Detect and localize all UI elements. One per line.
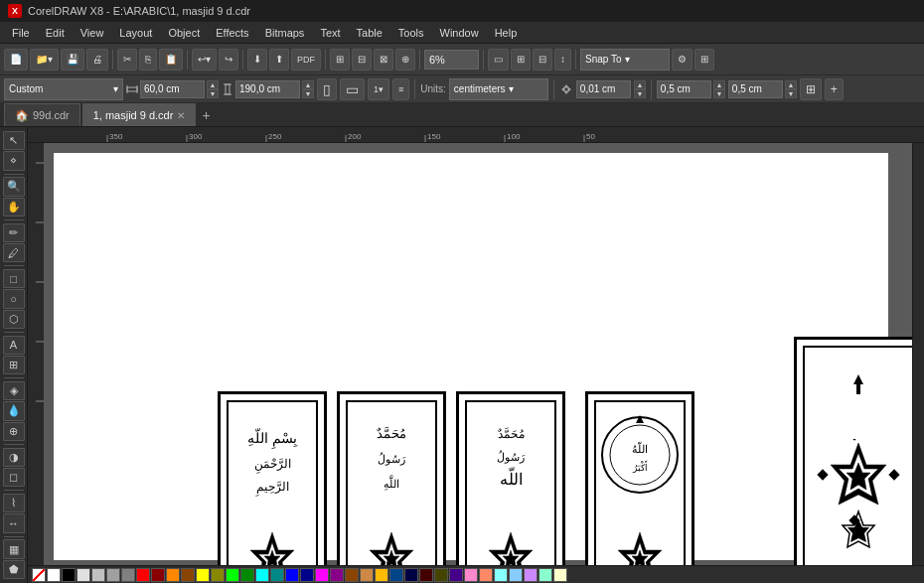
- color-yellow[interactable]: [196, 568, 210, 582]
- menu-window[interactable]: Window: [432, 25, 487, 41]
- menu-effects[interactable]: Effects: [208, 25, 256, 41]
- nudge-down-button[interactable]: ▼: [634, 89, 646, 98]
- color-red[interactable]: [136, 568, 150, 582]
- options-button[interactable]: ⚙: [672, 49, 693, 71]
- color-gray50[interactable]: [121, 568, 135, 582]
- color-darkyellow[interactable]: [211, 568, 225, 582]
- paste-button[interactable]: 📋: [159, 49, 183, 71]
- connector-tool[interactable]: ⌇: [3, 494, 25, 512]
- color-lavender[interactable]: [524, 568, 538, 582]
- color-cream[interactable]: [553, 568, 567, 582]
- scrollbar-vertical[interactable]: [912, 143, 924, 571]
- color-gold[interactable]: [375, 568, 388, 582]
- nudge3-input[interactable]: [728, 80, 783, 98]
- eyedrop-tool[interactable]: 💧: [3, 401, 25, 420]
- color-white[interactable]: [47, 568, 61, 582]
- panel-4[interactable]: اللّهُ أَكْبَرُ: [585, 391, 694, 571]
- pattern-tool[interactable]: ▦: [3, 539, 25, 558]
- color-lime[interactable]: [226, 568, 239, 582]
- pan-tool[interactable]: ✋: [3, 198, 25, 217]
- color-teal[interactable]: [389, 568, 403, 582]
- close-icon[interactable]: ✕: [177, 110, 185, 121]
- snap-button[interactable]: ⊕: [395, 49, 415, 71]
- snap-to-dropdown[interactable]: Snap To ▾: [580, 49, 670, 71]
- extra-button[interactable]: ⊞: [694, 49, 714, 71]
- menu-object[interactable]: Object: [160, 25, 208, 41]
- nudge3-spinner[interactable]: ▲ ▼: [785, 80, 797, 98]
- import-button[interactable]: ⬇: [247, 49, 267, 71]
- redo-button[interactable]: ↪: [219, 49, 238, 71]
- measure-tool[interactable]: ↔: [3, 513, 25, 532]
- zoom-tool[interactable]: 🔍: [3, 177, 25, 196]
- select-tool[interactable]: ↖: [3, 131, 25, 150]
- color-cyan[interactable]: [255, 568, 269, 582]
- table-tool[interactable]: ⊞: [3, 356, 25, 374]
- extra-btn2[interactable]: +: [825, 78, 844, 100]
- tab-active[interactable]: 1, masjid 9 d.cdr ✕: [82, 103, 197, 126]
- color-darkred[interactable]: [151, 568, 165, 582]
- page-size-dropdown[interactable]: Custom ▾: [4, 78, 123, 100]
- transparency-tool[interactable]: ◻: [3, 468, 25, 487]
- interactive-tool[interactable]: ⊕: [3, 422, 25, 441]
- view-btn1[interactable]: ▭: [488, 49, 509, 71]
- cut-button[interactable]: ✂: [117, 49, 137, 71]
- menu-layout[interactable]: Layout: [111, 25, 160, 41]
- color-orange[interactable]: [166, 568, 180, 582]
- color-none[interactable]: [32, 568, 46, 582]
- height-up-button[interactable]: ▲: [302, 80, 314, 89]
- height-down-button[interactable]: ▼: [302, 89, 314, 98]
- export-button[interactable]: ⬆: [269, 49, 289, 71]
- color-gray10[interactable]: [77, 568, 90, 582]
- color-black[interactable]: [62, 568, 76, 582]
- copy-button[interactable]: ⎘: [139, 49, 157, 71]
- rect-tool[interactable]: □: [3, 269, 25, 288]
- new-button[interactable]: 📄: [4, 49, 28, 71]
- color-magenta[interactable]: [315, 568, 329, 582]
- polygon-tool[interactable]: ⬡: [3, 310, 25, 329]
- menu-tools[interactable]: Tools: [390, 25, 432, 41]
- color-darkblue[interactable]: [300, 568, 314, 582]
- shape-tool[interactable]: ⋄: [3, 151, 25, 170]
- color-darkorange[interactable]: [181, 568, 195, 582]
- panel-3[interactable]: مُحَمَّدٌ رَسُولُ اللّه: [456, 391, 565, 571]
- open-button[interactable]: 📁▾: [30, 49, 59, 71]
- shadow-tool[interactable]: ◑: [3, 448, 25, 467]
- color-salmon[interactable]: [479, 568, 493, 582]
- color-mint[interactable]: [539, 568, 552, 582]
- nudge-input[interactable]: [576, 80, 631, 98]
- nudge2-spinner[interactable]: ▲ ▼: [713, 80, 725, 98]
- page-size-btn[interactable]: ≡: [392, 78, 409, 100]
- color-blue[interactable]: [285, 568, 299, 582]
- width-up-button[interactable]: ▲: [207, 80, 219, 89]
- color-navy[interactable]: [404, 568, 418, 582]
- view-btn4[interactable]: ↕: [554, 49, 571, 71]
- page-number-button[interactable]: 1▾: [368, 78, 389, 100]
- color-olive[interactable]: [434, 568, 448, 582]
- color-darkgreen[interactable]: [240, 568, 254, 582]
- panel-5[interactable]: [794, 337, 912, 571]
- select-all-button[interactable]: ⊞: [800, 78, 822, 100]
- portrait-button[interactable]: ▯: [317, 78, 337, 100]
- nudge3-down-button[interactable]: ▼: [785, 89, 797, 98]
- color-gray20[interactable]: [91, 568, 105, 582]
- landscape-button[interactable]: ▭: [340, 78, 365, 100]
- color-maroon[interactable]: [419, 568, 433, 582]
- color-sky[interactable]: [509, 568, 523, 582]
- undo-button[interactable]: ↩▾: [192, 49, 217, 71]
- tab-add-button[interactable]: +: [198, 107, 214, 123]
- nudge2-down-button[interactable]: ▼: [713, 89, 725, 98]
- nudge2-up-button[interactable]: ▲: [713, 80, 725, 89]
- color-brown[interactable]: [345, 568, 359, 582]
- nudge3-up-button[interactable]: ▲: [785, 80, 797, 89]
- pdf-button[interactable]: PDF: [291, 49, 321, 71]
- panel-2[interactable]: مُحَمَّدٌ رَسُولُ اللَّهِ: [337, 391, 446, 571]
- zoom-input[interactable]: 6%: [424, 50, 479, 70]
- nudge-up-button[interactable]: ▲: [634, 80, 646, 89]
- width-down-button[interactable]: ▼: [207, 89, 219, 98]
- pen-tool[interactable]: 🖊: [3, 243, 25, 262]
- menu-edit[interactable]: Edit: [38, 25, 73, 41]
- color-aqua[interactable]: [494, 568, 508, 582]
- menu-table[interactable]: Table: [349, 25, 390, 41]
- color-darkmagenta[interactable]: [330, 568, 344, 582]
- freehand-tool[interactable]: ✏: [3, 223, 25, 242]
